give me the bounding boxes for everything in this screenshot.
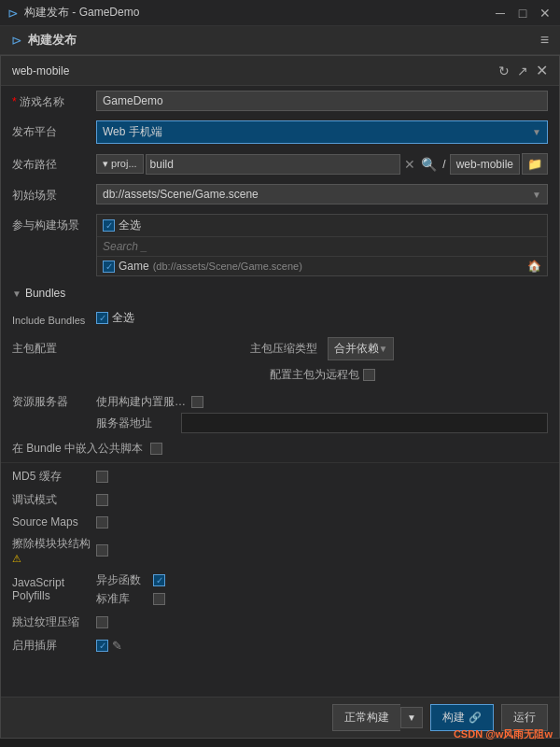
md5-label: MD5 缓存 [12, 469, 96, 485]
remote-bundle-checkbox[interactable] [363, 369, 375, 381]
server-address-input[interactable] [181, 413, 548, 433]
compress-type-arrow: ▼ [379, 344, 388, 354]
debug-mode-field [96, 494, 108, 506]
path-row: 发布路径 ▾ proj... ✕ 🔍 / web-mobile 📁 [1, 148, 559, 179]
path-field: ▾ proj... ✕ 🔍 / web-mobile 📁 [96, 153, 548, 175]
server-address-row: 服务器地址 [96, 413, 548, 433]
path-search-button[interactable]: 🔍 [419, 157, 439, 172]
title-bar-left: ⊳ 构建发布 - GameDemo [7, 5, 139, 21]
scene-item-game: Game (db://assets/Scene/Game.scene) 🏠 [97, 257, 547, 275]
refresh-button[interactable]: ↻ [498, 63, 510, 78]
participating-scenes-label: 参与构建场景 [12, 214, 96, 233]
path-build-input[interactable] [146, 154, 401, 175]
remote-bundle-label: 配置主包为远程包 [270, 367, 359, 383]
compress-type-row: 主包压缩类型 合并依赖 ▼ [250, 337, 395, 360]
select-all-text: 全选 [119, 218, 141, 233]
scene-checkbox-game[interactable] [103, 261, 115, 273]
path-clear-button[interactable]: ✕ [402, 157, 417, 172]
path-folder-button[interactable]: 📁 [522, 153, 548, 175]
remove-module-label: 擦除模块块结构 ⚠ [12, 536, 96, 565]
select-all-checkbox[interactable] [103, 219, 115, 232]
game-name-label: 游戏名称 [12, 91, 96, 110]
scene-search-input[interactable] [103, 240, 541, 253]
maximize-button[interactable]: □ [515, 6, 530, 21]
include-bundles-label: Include Bundles [12, 310, 96, 328]
splash-label: 启用插屏 [12, 638, 96, 654]
path-separator: / [441, 158, 447, 171]
embed-script-row: 在 Bundle 中嵌入公共脚本 [1, 437, 559, 460]
md5-field [96, 471, 108, 483]
source-maps-field [96, 516, 108, 529]
select-all-label[interactable]: 全选 [103, 218, 141, 233]
menu-icon[interactable]: ≡ [540, 32, 549, 49]
skip-texture-row: 跳过纹理压缩 [1, 611, 559, 634]
platform-row: 发布平台 Web 手机端 ▼ [1, 116, 559, 148]
build-normal-group: 正常构建 ▼ [332, 704, 423, 731]
scene-item-left: Game (db://assets/Scene/Game.scene) [103, 260, 302, 273]
build-link-icon: 🔗 [469, 712, 482, 724]
include-bundles-check-label[interactable]: 全选 [96, 310, 134, 326]
skip-texture-field [96, 616, 108, 628]
app-header: ⊳ 构建发布 ≡ [0, 26, 560, 55]
splash-link-icon[interactable]: ✎ [112, 639, 122, 653]
include-bundles-checkbox[interactable] [96, 312, 108, 324]
debug-mode-label: 调试模式 [12, 492, 96, 508]
initial-scene-select[interactable]: db://assets/Scene/Game.scene ▼ [96, 184, 548, 204]
path-dropdown-button[interactable]: ▾ proj... [96, 154, 144, 174]
title-bar-controls: ─ □ ✕ [493, 6, 553, 21]
divider-1 [1, 462, 559, 463]
compress-type-select[interactable]: 合并依赖 ▼ [328, 337, 395, 360]
async-function-checkbox[interactable] [153, 574, 165, 586]
header-icon: ⊳ [11, 33, 22, 48]
standard-lib-label: 标准库 [96, 591, 147, 607]
splash-row: 启用插屏 ✎ [1, 634, 559, 657]
watermark: CSDN @w风雨无阻w [454, 727, 553, 741]
participating-scenes-row: 参与构建场景 全选 Game [1, 209, 559, 281]
include-bundles-text: 全选 [112, 310, 134, 326]
build-normal-button[interactable]: 正常构建 [332, 704, 400, 731]
initial-scene-value: db://assets/Scene/Game.scene [103, 188, 259, 201]
source-maps-row: Source Maps [1, 512, 559, 532]
close-window-button[interactable]: ✕ [538, 6, 553, 21]
path-web-mobile: web-mobile [450, 154, 520, 175]
skip-texture-checkbox[interactable] [96, 616, 108, 628]
include-bundles-field: 全选 [96, 310, 548, 326]
remove-module-field [96, 544, 108, 557]
game-name-field [96, 91, 548, 111]
debug-mode-checkbox[interactable] [96, 494, 108, 506]
game-name-input[interactable] [96, 91, 548, 111]
compress-type-label: 主包压缩类型 [250, 341, 320, 357]
remove-module-checkbox[interactable] [96, 544, 108, 557]
panel-close-button[interactable]: ✕ [536, 62, 548, 79]
participating-scenes-field: 全选 Game (db://assets/Scene/Game.scene) 🏠 [96, 214, 548, 276]
platform-value: Web 手机端 [103, 124, 162, 140]
md5-row: MD5 缓存 [1, 465, 559, 488]
polyfills-label: JavaScript Polyfills [12, 572, 96, 602]
builtin-checkbox[interactable] [191, 396, 203, 408]
panel-actions: ↻ ↗ ✕ [498, 62, 548, 79]
builtin-row: 使用构建内置服… [96, 394, 548, 410]
bundles-chevron: ▼ [12, 289, 21, 299]
debug-mode-row: 调试模式 [1, 488, 559, 512]
search-box [97, 237, 547, 257]
source-maps-checkbox[interactable] [96, 516, 108, 529]
game-name-row: 游戏名称 [1, 86, 559, 116]
build-normal-dropdown[interactable]: ▼ [400, 707, 423, 728]
embed-script-checkbox[interactable] [150, 443, 162, 455]
main-bundle-row: 主包配置 主包压缩类型 合并依赖 ▼ 配置主包为远程包 [1, 332, 559, 390]
md5-checkbox[interactable] [96, 471, 108, 483]
compress-type-value: 合并依赖 [334, 341, 379, 357]
app-icon: ⊳ [7, 6, 19, 21]
export-button[interactable]: ↗ [517, 63, 528, 78]
minimize-button[interactable]: ─ [493, 6, 508, 21]
platform-label: 发布平台 [12, 120, 96, 140]
warning-icon: ⚠ [12, 553, 21, 564]
embed-script-field [150, 443, 162, 455]
standard-lib-checkbox[interactable] [153, 593, 165, 605]
build-panel: web-mobile ↻ ↗ ✕ 游戏名称 发布平台 Web 手机端 ▼ [0, 55, 560, 739]
splash-checkbox[interactable] [96, 640, 108, 652]
platform-select[interactable]: Web 手机端 ▼ [96, 120, 548, 144]
platform-arrow: ▼ [532, 127, 541, 137]
bundles-section-header[interactable]: ▼ Bundles [1, 281, 559, 305]
initial-scene-field: db://assets/Scene/Game.scene ▼ [96, 184, 548, 204]
